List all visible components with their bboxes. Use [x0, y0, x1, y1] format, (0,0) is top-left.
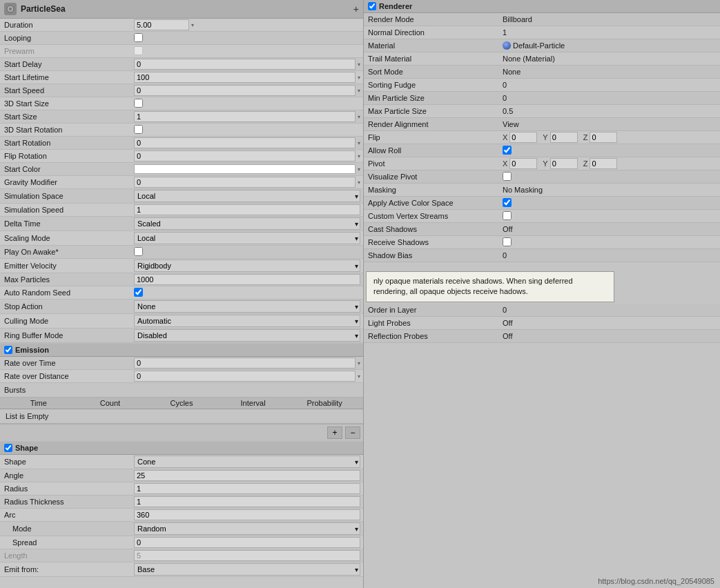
start-lifetime-input[interactable]: [134, 72, 356, 83]
rate-over-time-input[interactable]: [134, 357, 356, 369]
pivot-y-input[interactable]: [550, 158, 578, 169]
3d-start-rotation-checkbox[interactable]: [134, 125, 143, 134]
prewarm-row: Prewarm: [0, 45, 363, 58]
3d-start-size-checkbox[interactable]: [134, 99, 143, 108]
visualize-pivot-value: [503, 172, 716, 182]
reflection-probes-value: Off: [503, 332, 716, 340]
start-speed-input[interactable]: [134, 85, 356, 96]
emission-enabled-checkbox[interactable]: [4, 346, 12, 354]
start-color-swatch[interactable]: [134, 164, 356, 174]
3d-start-size-value: [134, 99, 360, 109]
gravity-modifier-label: Gravity Modifier: [3, 178, 134, 186]
simulation-speed-input[interactable]: [134, 204, 360, 215]
bursts-empty-row: List is Empty: [0, 409, 363, 424]
pivot-y-item: Y: [543, 158, 577, 169]
radius-row: Radius: [0, 482, 363, 496]
pivot-z-label: Z: [583, 159, 588, 168]
duration-arrow[interactable]: ▾: [191, 22, 194, 28]
allow-roll-checkbox[interactable]: [503, 146, 512, 155]
remove-burst-button[interactable]: −: [345, 427, 360, 439]
start-color-value: ▾: [134, 164, 360, 174]
rate-over-distance-arrow[interactable]: ▾: [358, 373, 360, 380]
arc-label: Arc: [3, 511, 134, 519]
rate-over-distance-input[interactable]: [134, 371, 356, 382]
stop-action-select[interactable]: None Disable Destroy Callback: [134, 300, 360, 313]
burst-col-probability: Probability: [289, 399, 360, 407]
pivot-z-input[interactable]: [590, 158, 617, 169]
max-particles-input[interactable]: [134, 274, 360, 285]
arc-mode-select[interactable]: Random Loop Ping-Pong Burst Spread: [134, 522, 360, 535]
arc-spread-row: Spread: [0, 536, 363, 549]
looping-row: Looping: [0, 32, 363, 45]
start-delay-value: ▾: [134, 59, 360, 70]
delta-time-row: Delta Time Scaled Unscaled: [0, 217, 363, 231]
arc-spread-input[interactable]: [134, 537, 360, 548]
scaling-mode-select[interactable]: Local Hierarchy Shape: [134, 232, 360, 244]
3d-start-size-row: 3D Start Size: [0, 97, 363, 110]
renderer-enabled-checkbox[interactable]: [368, 2, 376, 10]
add-burst-button[interactable]: +: [327, 427, 342, 439]
apply-active-color-space-label: Apply Active Color Space: [368, 199, 503, 207]
start-delay-input[interactable]: [134, 59, 356, 70]
delta-time-select[interactable]: Scaled Unscaled: [134, 217, 360, 230]
pivot-x-item: X: [503, 158, 537, 169]
apply-active-color-space-checkbox[interactable]: [503, 198, 512, 207]
radius-input[interactable]: [134, 483, 360, 494]
rate-over-time-arrow[interactable]: ▾: [358, 360, 360, 366]
radius-thickness-input[interactable]: [134, 496, 360, 507]
looping-checkbox[interactable]: [134, 33, 143, 42]
start-size-arrow[interactable]: ▾: [358, 114, 360, 120]
gravity-modifier-arrow[interactable]: ▾: [358, 179, 360, 186]
receive-shadows-checkbox[interactable]: [503, 237, 512, 246]
duration-input[interactable]: [134, 19, 189, 30]
length-input[interactable]: [134, 550, 360, 561]
angle-input[interactable]: [134, 470, 360, 481]
flip-rotation-arrow[interactable]: ▾: [358, 153, 360, 159]
tooltip-text: nly opaque materials receive shadows. Wh…: [373, 277, 573, 295]
sorting-fudge-value: 0: [503, 81, 716, 89]
simulation-space-wrapper: Local World: [134, 190, 360, 202]
delta-time-wrapper: Scaled Unscaled: [134, 217, 360, 230]
custom-vertex-streams-checkbox[interactable]: [503, 211, 512, 220]
flip-y-input[interactable]: [550, 132, 578, 143]
gravity-modifier-input[interactable]: [134, 177, 356, 188]
emitter-velocity-select[interactable]: Rigidbody Transform: [134, 259, 360, 272]
shape-enabled-checkbox[interactable]: [4, 444, 12, 452]
panel-title: ParticleSea: [21, 4, 66, 14]
order-in-layer-label: Order in Layer: [368, 306, 503, 314]
flip-z-input[interactable]: [590, 132, 617, 143]
sort-mode-label: Sort Mode: [368, 68, 503, 76]
left-panel: ParticleSea + Duration ▾ Looping: [0, 0, 364, 588]
gravity-modifier-value: ▾: [134, 177, 360, 188]
culling-mode-select[interactable]: Automatic Always Simulate Pause Pause an…: [134, 315, 360, 327]
start-lifetime-arrow[interactable]: ▾: [358, 75, 360, 81]
material-value: Default-Particle: [503, 41, 716, 50]
start-rotation-input[interactable]: [134, 137, 356, 148]
pivot-z-item: Z: [583, 158, 618, 169]
rate-over-distance-label: Rate over Distance: [3, 372, 134, 380]
start-delay-arrow[interactable]: ▾: [358, 61, 360, 68]
add-component-button[interactable]: +: [353, 3, 359, 14]
emit-from-select[interactable]: Base Volume Edge: [134, 563, 360, 576]
flip-rotation-input[interactable]: [134, 150, 356, 161]
simulation-speed-label: Simulation Speed: [3, 206, 134, 214]
visualize-pivot-checkbox[interactable]: [503, 172, 512, 181]
flip-x-input[interactable]: [509, 132, 537, 143]
arc-input[interactable]: [134, 509, 360, 520]
auto-random-seed-checkbox[interactable]: [134, 288, 143, 297]
arc-mode-label: Mode: [3, 525, 134, 533]
flip-xyz: X Y Z: [503, 132, 716, 143]
pivot-x-input[interactable]: [509, 158, 537, 169]
start-speed-arrow[interactable]: ▾: [358, 88, 360, 94]
start-rotation-arrow[interactable]: ▾: [358, 140, 360, 146]
simulation-space-select[interactable]: Local World: [134, 190, 360, 202]
shape-type-select[interactable]: Cone Sphere Box Circle: [134, 455, 360, 468]
tooltip-box: nly opaque materials receive shadows. Wh…: [366, 271, 614, 302]
normal-direction-row: Normal Direction 1: [364, 26, 720, 39]
prewarm-checkbox[interactable]: [134, 46, 143, 55]
looping-value: [134, 33, 360, 43]
ring-buffer-mode-select[interactable]: Disabled Pause Until Replaced Loop Until…: [134, 329, 360, 342]
play-on-awake-checkbox[interactable]: [134, 247, 143, 256]
start-size-input[interactable]: [134, 111, 356, 122]
start-color-arrow[interactable]: ▾: [358, 166, 360, 173]
